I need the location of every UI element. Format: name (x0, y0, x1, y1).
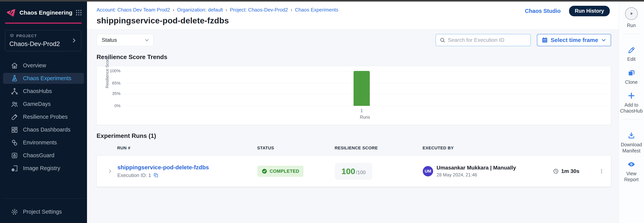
copy-icon[interactable] (153, 173, 159, 178)
run-button[interactable] (625, 7, 638, 20)
breadcrumb-chaos-experiments[interactable]: Chaos Experiments (295, 7, 338, 13)
module-grid-icon[interactable] (76, 9, 82, 16)
breadcrumb-separator: › (173, 7, 174, 13)
sidebar-item-label: Project Settings (23, 209, 62, 215)
project-label: PROJECT (16, 34, 37, 38)
sidebar-item-label: Overview (23, 62, 46, 69)
search-icon (440, 37, 446, 43)
sidebar: Chaos Engineering PROJECT Chaos-Dev-Prod… (0, 2, 87, 223)
document-gear-icon (11, 165, 18, 172)
clone-label: Clone (624, 79, 639, 85)
lock-shield-icon (11, 152, 18, 159)
sidebar-divider (4, 198, 84, 199)
kebab-menu-icon (599, 168, 604, 174)
runs-table-header: RUN # STATUS RESILIENCE SCORE EXECUTED B… (96, 146, 611, 151)
resilience-score-chart: Resilience Score 100% 65% 35% 0% 1 R (96, 66, 611, 125)
dashboard-grid-icon (11, 126, 18, 134)
sidebar-item-label: Chaos Dashboards (23, 127, 70, 133)
row-menu-button[interactable] (592, 168, 611, 174)
chaos-engineering-logo-icon (5, 7, 16, 18)
clone-button[interactable]: Clone (624, 69, 639, 85)
hexagons-icon (11, 139, 18, 147)
run-name-link[interactable]: shippingservice-pod-delete-fzdbs (118, 164, 257, 171)
breadcrumb-organization[interactable]: Organization: default (177, 7, 223, 13)
project-name: Chaos-Dev-Prod2 (9, 40, 71, 48)
chaos-studio-link[interactable]: Chaos Studio (525, 8, 561, 14)
sidebar-item-gamedays[interactable]: GameDays (3, 98, 84, 109)
chevron-down-icon (601, 37, 606, 43)
add-to-chaoshub-label: Add to ChaosHub (619, 102, 644, 114)
sidebar-item-project-settings[interactable]: Project Settings (3, 206, 84, 217)
y-tick: 100% (110, 68, 120, 73)
add-to-chaoshub-button[interactable]: Add to ChaosHub (619, 92, 644, 114)
window-top-strip (0, 0, 644, 2)
clock-icon (553, 168, 559, 174)
main-body: Status (87, 29, 618, 223)
experiment-runs-title: Experiment Runs (1) (96, 132, 611, 139)
executed-by-name: Umasankar Mukkara | Manually (436, 165, 516, 171)
time-frame-label: Select time frame (551, 37, 598, 43)
run-row: shippingservice-pod-delete-fzdbs Executi… (96, 156, 611, 187)
network-nodes-icon (11, 87, 18, 95)
sidebar-item-label: Chaos Experiments (23, 75, 71, 81)
column-status: STATUS (257, 146, 334, 151)
view-report-label: View Report (619, 171, 644, 183)
play-icon (628, 11, 634, 17)
view-report-button[interactable]: View Report (619, 160, 644, 183)
download-manifest-button[interactable]: Download Manifest (619, 131, 644, 154)
executed-at: 28 May 2024, 21:46 (436, 172, 516, 178)
expand-row-button[interactable] (107, 169, 118, 174)
sidebar-item-label: GameDays (23, 101, 51, 107)
run-history-button[interactable]: Run History (569, 6, 610, 16)
sidebar-item-label: ChaosGuard (23, 152, 54, 159)
flask-icon (11, 75, 18, 82)
sidebar-item-chaosguard[interactable]: ChaosGuard (3, 150, 84, 161)
search-input[interactable] (448, 37, 527, 43)
breadcrumb-separator: › (226, 7, 227, 13)
gridline (124, 106, 606, 106)
sidebar-item-chaos-dashboards[interactable]: Chaos Dashboards (3, 124, 84, 135)
y-tick: 35% (112, 91, 120, 96)
breadcrumb-project[interactable]: Project: Chaos-Dev-Prod2 (230, 7, 288, 13)
sidebar-item-overview[interactable]: Overview (3, 60, 84, 71)
status-filter-dropdown[interactable]: Status (96, 34, 154, 46)
home-icon (11, 62, 18, 69)
score-value: 100 (342, 167, 355, 176)
chart-x-axis-label: Runs (124, 115, 606, 120)
chart-bar (354, 71, 370, 106)
column-resilience-score: RESILIENCE SCORE (334, 146, 422, 151)
status-badge: COMPLETED (257, 166, 304, 177)
eye-icon (627, 160, 636, 168)
sidebar-item-image-registry[interactable]: Image Registry (3, 163, 84, 174)
project-selector[interactable]: PROJECT Chaos-Dev-Prod2 (5, 30, 81, 51)
column-executed-by: EXECUTED BY (422, 146, 552, 151)
pencil-icon (627, 46, 636, 54)
download-manifest-label: Download Manifest (619, 142, 644, 154)
avatar: UM (423, 166, 433, 176)
sidebar-item-chaoshubs[interactable]: ChaosHubs (3, 86, 84, 97)
x-category-label: 1 (354, 108, 370, 113)
sidebar-item-label: ChaosHubs (23, 88, 52, 94)
sidebar-item-label: Environments (23, 139, 57, 146)
check-circle-icon (262, 168, 267, 174)
page-header: Account: Chaos Dev Team Prod2 › Organiza… (87, 2, 618, 29)
status-label: COMPLETED (270, 169, 299, 174)
sidebar-item-label: Resilience Probes (23, 114, 68, 120)
action-rail: Run Edit Clone Add to ChaosHub Download … (618, 2, 644, 223)
run-label: Run (627, 23, 636, 28)
column-run: RUN # (117, 146, 257, 151)
breadcrumb-account[interactable]: Account: Chaos Dev Team Prod2 (96, 7, 170, 13)
chart-y-axis-label: Resilience Score (105, 57, 110, 88)
app-title: Chaos Engineering (20, 9, 72, 16)
y-tick: 0% (114, 103, 120, 108)
test-tube-icon (11, 113, 18, 121)
y-tick: 65% (112, 81, 120, 86)
plus-icon (627, 92, 636, 100)
chevron-right-icon (71, 38, 77, 43)
sidebar-item-environments[interactable]: Environments (3, 137, 84, 148)
chart-plot-area: 100% 65% 35% 0% (124, 71, 606, 106)
sidebar-item-resilience-probes[interactable]: Resilience Probes (3, 112, 84, 122)
edit-button[interactable]: Edit (626, 46, 636, 62)
sidebar-item-chaos-experiments[interactable]: Chaos Experiments (3, 73, 84, 84)
time-frame-button[interactable]: Select time frame (537, 34, 611, 46)
